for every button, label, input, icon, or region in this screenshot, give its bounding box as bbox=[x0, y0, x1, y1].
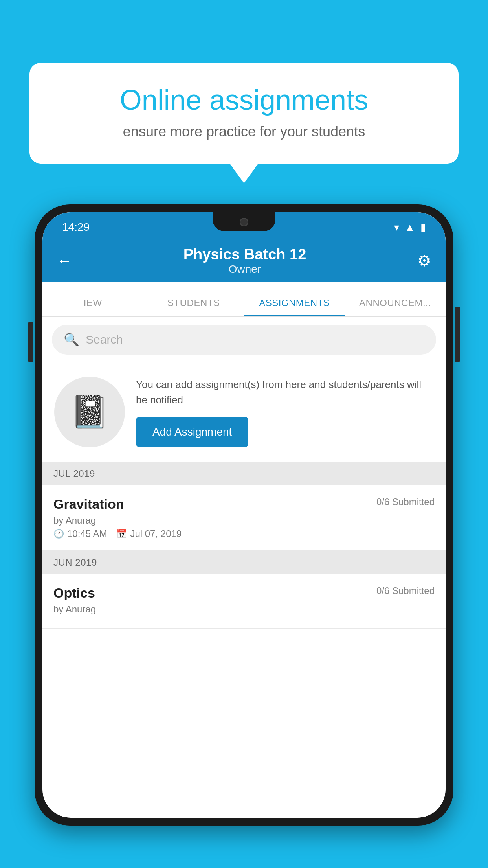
app-bar-title: Physics Batch 12 bbox=[72, 246, 417, 263]
assignment-gravitation-date-value: Jul 07, 2019 bbox=[130, 528, 182, 539]
add-assignment-button[interactable]: Add Assignment bbox=[136, 417, 248, 447]
search-icon: 🔍 bbox=[64, 332, 79, 347]
tab-announcements[interactable]: ANNOUNCEM... bbox=[345, 298, 446, 316]
assignment-gravitation-date: 📅 Jul 07, 2019 bbox=[116, 528, 182, 539]
section-header-jun: JUN 2019 bbox=[42, 551, 446, 574]
speech-bubble-container: Online assignments ensure more practice … bbox=[29, 63, 459, 164]
assignment-gravitation-submitted: 0/6 Submitted bbox=[376, 497, 435, 508]
assignment-gravitation-time-row: 🕐 10:45 AM 📅 Jul 07, 2019 bbox=[53, 528, 435, 539]
status-time: 14:29 bbox=[62, 221, 90, 234]
speech-bubble-subtitle: ensure more practice for your students bbox=[53, 123, 435, 140]
search-placeholder: Search bbox=[86, 333, 123, 346]
promo-description: You can add assignment(s) from here and … bbox=[136, 377, 434, 408]
tab-assignments[interactable]: ASSIGNMENTS bbox=[244, 298, 345, 316]
back-button[interactable]: ← bbox=[57, 252, 72, 270]
app-bar-title-container: Physics Batch 12 Owner bbox=[72, 246, 417, 276]
promo-icon-circle: 📓 bbox=[54, 377, 125, 447]
promo-card: 📓 You can add assignment(s) from here an… bbox=[42, 362, 446, 462]
phone-mockup: 14:29 ▾ ▲ ▮ ← Physics Batch 12 Owner ⚙ bbox=[35, 204, 453, 868]
phone-outer: 14:29 ▾ ▲ ▮ ← Physics Batch 12 Owner ⚙ bbox=[35, 204, 453, 826]
assignment-optics-by: by Anurag bbox=[53, 604, 435, 615]
wifi-icon: ▾ bbox=[394, 221, 399, 234]
speech-bubble: Online assignments ensure more practice … bbox=[29, 63, 459, 164]
section-header-jul: JUL 2019 bbox=[42, 462, 446, 485]
clock-icon: 🕐 bbox=[53, 529, 64, 539]
phone-notch bbox=[213, 212, 275, 231]
battery-icon: ▮ bbox=[420, 221, 426, 234]
assignment-gravitation-header: Gravitation 0/6 Submitted bbox=[53, 497, 435, 512]
phone-screen: 14:29 ▾ ▲ ▮ ← Physics Batch 12 Owner ⚙ bbox=[42, 212, 446, 818]
signal-icon: ▲ bbox=[405, 221, 415, 234]
settings-icon[interactable]: ⚙ bbox=[417, 252, 431, 270]
assignment-gravitation-time: 🕐 10:45 AM bbox=[53, 528, 107, 539]
tab-students[interactable]: STUDENTS bbox=[143, 298, 244, 316]
notch-camera bbox=[240, 218, 248, 226]
assignment-optics[interactable]: Optics 0/6 Submitted by Anurag bbox=[42, 574, 446, 629]
assignment-optics-header: Optics 0/6 Submitted bbox=[53, 585, 435, 601]
assignment-gravitation-by: by Anurag bbox=[53, 515, 435, 526]
tab-bar: IEW STUDENTS ASSIGNMENTS ANNOUNCEM... bbox=[42, 282, 446, 317]
search-container: 🔍 Search bbox=[42, 317, 446, 362]
screen-content: 14:29 ▾ ▲ ▮ ← Physics Batch 12 Owner ⚙ bbox=[42, 212, 446, 818]
notebook-icon: 📓 bbox=[70, 394, 109, 430]
promo-content: You can add assignment(s) from here and … bbox=[136, 377, 434, 447]
tab-iew[interactable]: IEW bbox=[42, 298, 143, 316]
search-bar[interactable]: 🔍 Search bbox=[52, 325, 436, 355]
assignment-gravitation[interactable]: Gravitation 0/6 Submitted by Anurag 🕐 10… bbox=[42, 485, 446, 551]
calendar-icon: 📅 bbox=[116, 529, 127, 539]
speech-bubble-title: Online assignments bbox=[53, 85, 435, 116]
assignment-gravitation-title: Gravitation bbox=[53, 497, 124, 512]
status-icons: ▾ ▲ ▮ bbox=[394, 221, 426, 234]
assignment-gravitation-time-value: 10:45 AM bbox=[67, 528, 107, 539]
assignment-optics-submitted: 0/6 Submitted bbox=[376, 585, 435, 596]
app-bar: ← Physics Batch 12 Owner ⚙ bbox=[42, 239, 446, 282]
assignment-optics-title: Optics bbox=[53, 585, 95, 601]
app-bar-subtitle: Owner bbox=[72, 263, 417, 276]
